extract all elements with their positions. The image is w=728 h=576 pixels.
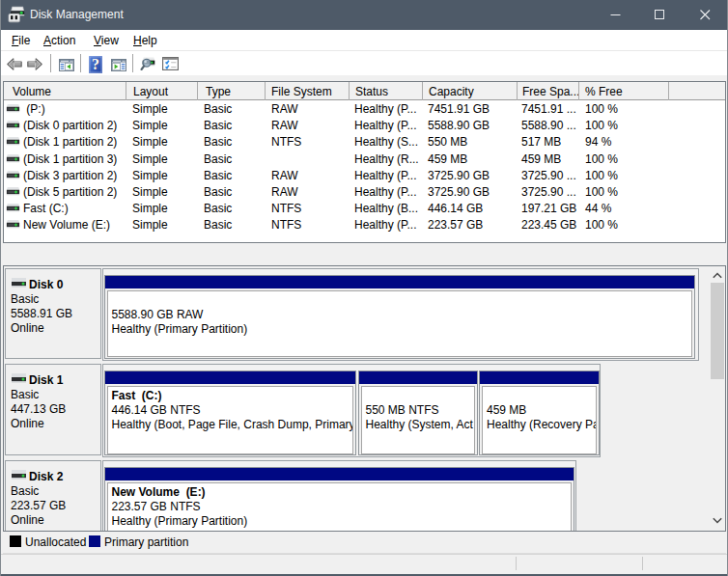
svg-text:?: ? — [92, 56, 99, 72]
